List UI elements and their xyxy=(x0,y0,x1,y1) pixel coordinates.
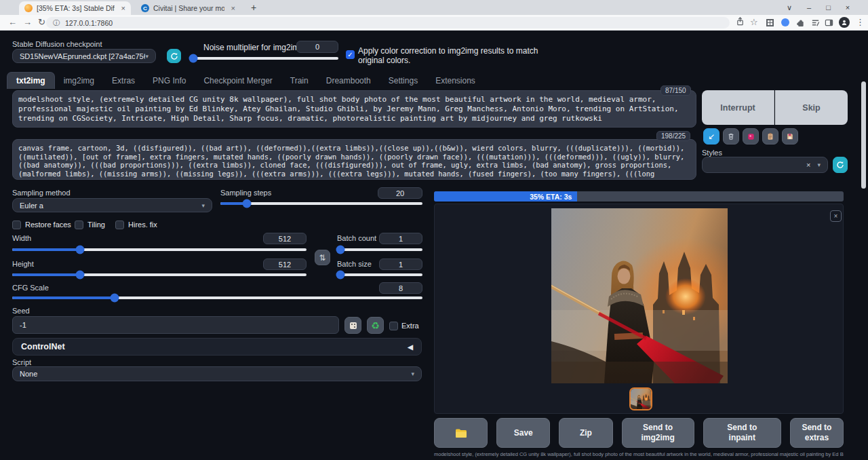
share-icon[interactable] xyxy=(736,17,745,28)
sampling-method-value: Euler a xyxy=(20,202,43,210)
batch-size-slider[interactable] xyxy=(337,273,422,276)
profile-avatar[interactable] xyxy=(839,17,850,28)
checkpoint-dropdown[interactable]: SD15NewVAEpruned.ckpt [27a4ac756c] ▾ xyxy=(12,49,156,63)
styles-refresh-button[interactable] xyxy=(833,157,848,173)
negative-prompt-textarea[interactable]: canvas frame, cartoon, 3d, ((disfigured)… xyxy=(12,139,696,180)
gallery-thumbnail-selected[interactable] xyxy=(629,387,652,410)
paste-generation-params-button[interactable]: ↙ xyxy=(703,128,719,145)
window-close-icon[interactable]: × xyxy=(846,3,850,12)
tiling-checkbox[interactable] xyxy=(75,221,83,229)
clear-styles-icon[interactable]: × xyxy=(806,161,810,169)
noise-multiplier-slider[interactable] xyxy=(191,57,338,60)
controlnet-accordion[interactable]: ControlNet ◀ xyxy=(12,338,422,356)
open-output-folder-button[interactable] xyxy=(434,418,488,448)
apply-style-clipboard-button[interactable] xyxy=(762,128,778,145)
browser-tab-stable-diffusion[interactable]: [35% ETA: 3s] Stable Diffusion × xyxy=(19,1,131,15)
puzzle-extensions-icon[interactable] xyxy=(796,18,805,29)
batch-size-input[interactable]: 1 xyxy=(379,258,422,270)
cfg-scale-slider[interactable] xyxy=(12,296,422,299)
back-icon[interactable]: ← xyxy=(8,17,17,27)
checkpoint-label: Stable Diffusion checkpoint xyxy=(12,40,102,48)
reuse-seed-recycle-button[interactable]: ♻ xyxy=(367,317,384,334)
forward-icon[interactable]: → xyxy=(23,17,32,27)
styles-dropdown[interactable]: × ▾ xyxy=(702,157,828,173)
tab-settings[interactable]: Settings xyxy=(380,73,427,89)
chevron-down-icon: ▾ xyxy=(201,202,205,209)
reload-icon[interactable]: ↻ xyxy=(38,17,45,27)
side-panel-icon[interactable] xyxy=(825,18,833,29)
negative-prompt-token-counter: 198/225 xyxy=(656,131,690,141)
window-maximize-icon[interactable]: □ xyxy=(826,3,831,12)
tab-png-info[interactable]: PNG Info xyxy=(144,73,195,89)
page-scrollbar[interactable] xyxy=(861,81,866,189)
save-button[interactable]: Save xyxy=(496,418,550,448)
script-dropdown[interactable]: None ▾ xyxy=(12,366,422,381)
send-to-img2img-button[interactable]: Send to img2img xyxy=(622,418,694,448)
sampling-steps-slider[interactable] xyxy=(220,202,422,205)
batch-size-label: Batch size xyxy=(337,260,372,268)
swap-dimensions-button[interactable]: ⇅ xyxy=(315,250,330,265)
width-input[interactable]: 512 xyxy=(263,233,307,244)
tab-title: Civitai | Share your models xyxy=(153,4,224,12)
random-seed-dice-button[interactable] xyxy=(344,317,361,334)
cfg-scale-input[interactable]: 8 xyxy=(379,282,422,294)
restore-faces-label: Restore faces xyxy=(25,221,71,229)
chevron-down-icon: ▾ xyxy=(145,53,149,60)
address-bar[interactable]: ⓘ 127.0.0.1:7860 xyxy=(46,17,730,28)
generated-image[interactable] xyxy=(551,208,728,383)
browser-tab-civitai[interactable]: C Civitai | Share your models × xyxy=(136,1,241,15)
extra-seed-checkbox[interactable] xyxy=(389,322,398,330)
tab-txt2img[interactable]: txt2img xyxy=(7,72,55,89)
close-preview-icon[interactable]: × xyxy=(830,210,842,222)
tab-dreambooth[interactable]: Dreambooth xyxy=(317,73,380,89)
window-minimize-icon[interactable]: – xyxy=(807,3,811,12)
sampling-method-dropdown[interactable]: Euler a ▾ xyxy=(12,198,212,212)
tab-extras[interactable]: Extras xyxy=(103,73,144,89)
browser-menu-icon[interactable]: ⋮ xyxy=(856,17,865,27)
progress-text: 35% ETA: 3s xyxy=(530,193,572,201)
tab-checkpoint-merger[interactable]: Checkpoint Merger xyxy=(195,73,281,89)
height-slider[interactable] xyxy=(12,273,307,276)
save-style-floppy-button[interactable] xyxy=(782,128,798,145)
prompt-textarea[interactable]: modelshoot style, (extremely detailed CG… xyxy=(12,90,696,128)
apps-grid-icon[interactable] xyxy=(766,19,774,26)
hires-fix-checkbox[interactable] xyxy=(115,221,124,229)
send-to-inpaint-button[interactable]: Send to inpaint xyxy=(703,418,781,448)
color-correction-label: Apply color correction to img2img result… xyxy=(358,46,538,56)
accordion-collapse-icon: ◀ xyxy=(408,343,413,351)
send-to-extras-button[interactable]: Send to extras xyxy=(790,418,844,448)
window-chevron-icon[interactable]: ∨ xyxy=(787,3,792,12)
skip-button[interactable]: Skip xyxy=(775,90,848,125)
styles-label: Styles xyxy=(702,149,722,157)
interrupt-button[interactable]: Interrupt xyxy=(702,90,774,125)
batch-count-input[interactable]: 1 xyxy=(379,233,422,244)
tab-extensions[interactable]: Extensions xyxy=(427,73,484,89)
clear-prompt-trash-button[interactable] xyxy=(723,128,739,145)
image-preview-panel: × xyxy=(434,204,844,414)
checkpoint-refresh-button[interactable] xyxy=(167,49,181,63)
noise-multiplier-label: Noise multiplier for img2img xyxy=(203,43,304,52)
height-input[interactable]: 512 xyxy=(263,258,307,270)
bookmark-star-icon[interactable]: ☆ xyxy=(750,17,758,27)
zip-button[interactable]: Zip xyxy=(559,418,612,448)
generation-progress-bar: 35% ETA: 3s xyxy=(434,191,844,202)
tab-train[interactable]: Train xyxy=(281,73,317,89)
restore-faces-checkbox[interactable] xyxy=(12,221,21,229)
browser-tab-strip: [35% ETA: 3s] Stable Diffusion × C Civit… xyxy=(0,0,868,15)
seed-input[interactable]: -1 xyxy=(12,316,339,334)
extension-blue-icon[interactable] xyxy=(781,18,789,26)
sampling-steps-input[interactable]: 20 xyxy=(378,187,422,199)
color-correction-checkbox[interactable]: ✓ xyxy=(346,50,355,59)
site-info-icon[interactable]: ⓘ xyxy=(53,18,60,28)
url-text: 127.0.0.1:7860 xyxy=(65,19,113,27)
new-tab-button[interactable]: + xyxy=(251,2,256,13)
width-slider[interactable] xyxy=(12,248,307,251)
tab-close-icon[interactable]: × xyxy=(121,4,125,12)
batch-count-slider[interactable] xyxy=(337,248,422,251)
extra-networks-palette-button[interactable] xyxy=(743,128,759,145)
tab-close-icon[interactable]: × xyxy=(231,4,235,12)
noise-multiplier-input[interactable]: 0 xyxy=(296,41,338,53)
tab-img2img[interactable]: img2img xyxy=(55,73,103,89)
reading-list-icon[interactable] xyxy=(811,18,820,29)
folder-icon xyxy=(455,428,467,438)
